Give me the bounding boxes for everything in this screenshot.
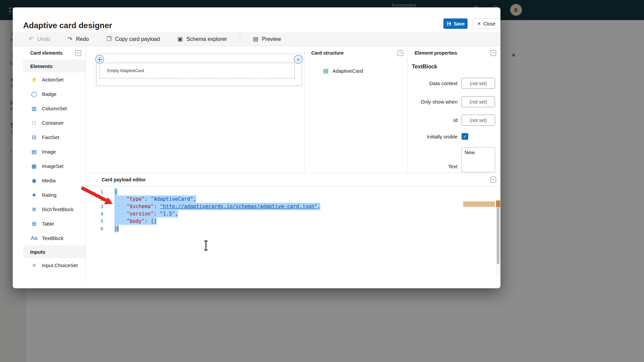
tree-node-adaptivecard[interactable]: ▤AdaptiveCard [305,65,408,77]
close-button[interactable]: × Close [472,18,500,29]
element-properties-panel: Element properties − TextBlock Data cont… [408,46,500,173]
element-item-label: RichTextBlock [42,206,73,212]
editor-minimap[interactable] [463,201,495,207]
card-payload-editor-panel: Card payload editor − 1{2····"type": "Ad… [88,173,500,277]
id-input[interactable]: (not set) [462,115,495,126]
preview-label: Preview [262,36,281,42]
element-item-factset[interactable]: ⊟FactSet [23,130,86,144]
imageset-icon: ▦ [31,163,38,169]
element-item-label: Table [42,221,54,227]
element-item-label: ImageSet [42,163,63,169]
code-line-5[interactable]: 5····"body": [] [88,218,500,225]
element-item-rating[interactable]: ★Rating [23,188,86,202]
element-item-label: Input.ChoiceSet [42,262,78,268]
element-item-columnset[interactable]: ▥ColumnSet [23,101,86,116]
prop-row-text: TextNew [412,147,495,172]
columnset-icon: ▥ [31,105,38,112]
element-item-label: Container [42,120,64,126]
line-content: ····"version": "1.5", [114,210,178,218]
code-line-4[interactable]: 4····"version": "1.5", [88,210,500,218]
text-textarea[interactable]: New [462,147,495,172]
undo-button[interactable]: ↶Undo [29,36,50,43]
save-button[interactable]: Save [443,18,468,29]
line-content: ····"$schema": "http://adaptivecards.io/… [114,203,320,210]
container-icon: □ [31,120,38,126]
properties-form: Data context(not set)Only show when(not … [412,78,495,172]
collapse-card-structure-button[interactable]: − [397,50,403,56]
element-item-textblock[interactable]: AaTextBlock [23,231,86,245]
data-context-input[interactable]: (not set) [462,78,495,89]
adaptive-card-surface[interactable]: Empty AdaptiveCard × [96,54,302,86]
rating-icon: ★ [31,192,38,198]
move-icon [97,57,102,62]
element-item-label: Rating [42,192,56,198]
input-choiceset-icon: ≡ [31,262,38,268]
schema-explorer-button[interactable]: ▣Schema explorer [177,36,227,43]
json-code-editor[interactable]: 1{2····"type": "AdaptiveCard",3····"$sch… [88,187,500,277]
designer-toolbar: ↶Undo↷Redo❐Copy card payload▣Schema expl… [13,32,500,46]
card-elements-header: Card elements − [23,46,86,60]
prop-row-only-show-when: Only show when(not set) [412,96,495,107]
element-item-label: Media [42,178,56,183]
prop-label: Data context [420,80,458,86]
element-item-imageset[interactable]: ▦ImageSet [23,159,86,173]
element-item-input-choiceset[interactable]: ≡Input.ChoiceSet [23,258,86,273]
line-content: ····"body": [] [114,218,157,225]
line-number: 2 [88,195,103,203]
design-canvas[interactable]: Empty AdaptiveCard × [86,46,305,173]
element-item-image[interactable]: ▤Image [23,144,86,159]
dialog-title: Adaptive card designer [23,21,112,30]
prop-row-initially-visible: Initially visible✓ [412,133,495,140]
empty-card-dropzone[interactable]: Empty AdaptiveCard [100,63,295,78]
line-number: 5 [88,218,103,225]
element-item-actionset[interactable]: ⚡ActionSet [23,72,86,87]
code-line-6[interactable]: 6} [88,225,500,232]
badge-icon: ◯ [31,91,38,97]
remove-card-button[interactable]: × [294,55,303,64]
prop-row-data-context: Data context(not set) [412,78,495,89]
schema-explorer-label: Schema explorer [186,36,227,42]
element-item-richtextblock[interactable]: ≣RichTextBlock [23,202,86,217]
code-line-1[interactable]: 1{ [88,188,500,195]
prop-label: Text [420,163,458,170]
element-item-table[interactable]: ⊞Table [23,217,86,231]
editor-scrollbar[interactable] [496,200,500,276]
element-item-media[interactable]: ◉Media [23,173,86,188]
prop-row-id: Id(not set) [412,115,495,126]
copy-card-payload-button[interactable]: ❐Copy card payload [106,36,160,43]
redo-button[interactable]: ↷Redo [68,36,89,43]
element-item-container[interactable]: □Container [23,116,86,130]
richtextblock-icon: ≣ [31,206,38,213]
undo-label: Undo [37,36,50,42]
scrollbar-thumb[interactable] [497,207,499,264]
initially-visible-checkbox[interactable]: ✓ [462,133,468,140]
move-card-handle[interactable] [95,55,104,64]
factset-icon: ⊟ [31,134,38,140]
remove-card-icon: × [297,57,300,62]
element-item-badge[interactable]: ◯Badge [23,87,86,101]
line-number: 4 [88,210,103,218]
code-line-3[interactable]: 3····"$schema": "http://adaptivecards.io… [88,203,500,210]
card-structure-header: Card structure − [305,46,408,60]
code-line-2[interactable]: 2····"type": "AdaptiveCard", [88,195,500,203]
element-item-label: FactSet [42,134,59,140]
collapse-element-properties-button[interactable]: − [490,50,496,56]
save-label: Save [454,21,465,26]
properties-body: TextBlock Data context(not set)Only show… [412,64,495,173]
element-item-label: TextBlock [42,235,63,241]
screen: Environment ⚙ ? E ⌂Ho+Cre◈Ag⇄Flo⚒To⋯ × A… [0,0,644,362]
toolbar-divider [240,35,240,43]
adaptive-card-designer-dialog: Adaptive card designer Save × Close ↶Und… [13,7,500,288]
tree-node-label: AdaptiveCard [332,68,363,74]
line-number: 1 [88,188,103,195]
line-number: 6 [88,225,103,232]
preview-button[interactable]: ▤Preview [253,36,281,43]
card-elements-panel: Card elements − Elements⚡ActionSet◯Badge… [23,46,86,284]
prop-label: Id [420,117,458,123]
collapse-card-elements-button[interactable]: − [75,50,81,56]
element-properties-title: Element properties [415,50,457,56]
actionset-icon: ⚡ [31,76,38,83]
collapse-payload-editor-button[interactable]: − [490,177,496,182]
only-show-when-input[interactable]: (not set) [462,96,495,107]
redo-icon: ↷ [68,36,72,43]
